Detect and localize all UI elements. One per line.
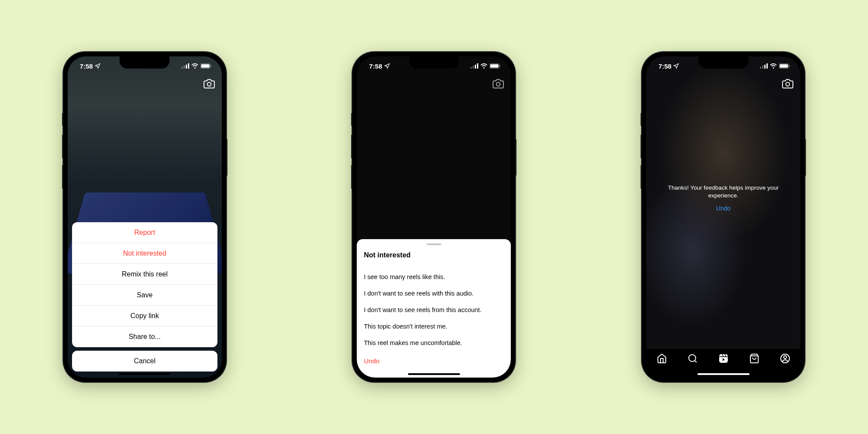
sheet-title: Not interested [364,251,504,259]
svg-rect-22 [789,65,790,67]
svg-rect-13 [490,64,499,68]
svg-point-24 [689,355,696,362]
wifi-icon [770,63,777,69]
svg-rect-14 [500,65,500,67]
svg-rect-18 [764,65,766,69]
shop-icon [749,353,760,364]
tab-shop[interactable] [749,353,760,365]
reason-too-many[interactable]: I see too many reels like this. [364,269,504,285]
battery-icon [490,63,500,69]
location-icon [673,63,679,69]
camera-button[interactable] [493,78,504,91]
location-icon [95,63,101,69]
reason-uncomfortable[interactable]: This reel makes me uncomfortable. [364,335,504,351]
svg-rect-19 [766,63,768,69]
screen-2: 7:58 Not interested I see too many reels… [357,56,511,378]
tab-profile[interactable] [780,353,790,365]
home-indicator[interactable] [697,373,750,375]
wifi-icon [480,63,487,69]
status-bar: 7:58 [646,56,800,76]
svg-rect-8 [470,67,472,69]
svg-point-23 [786,82,790,86]
cellular-icon [181,63,189,69]
action-report[interactable]: Report [72,222,217,243]
svg-rect-0 [181,67,183,69]
phone-mockup-2: 7:58 Not interested I see too many reels… [352,52,515,382]
action-copy-link[interactable]: Copy link [72,306,217,326]
thanks-message: Thanks! Your feedback helps improve your… [659,184,787,199]
tab-search[interactable] [687,353,698,365]
reason-topic[interactable]: This topic doesn't interest me. [364,318,504,335]
tab-home[interactable] [657,353,667,365]
profile-icon [780,353,790,364]
svg-rect-3 [188,63,189,69]
camera-icon [493,78,504,89]
cellular-icon [470,63,478,69]
cancel-button[interactable]: Cancel [72,351,217,372]
not-interested-sheet: Not interested I see too many reels like… [357,239,511,378]
battery-icon [201,63,211,69]
home-indicator[interactable] [118,373,171,375]
action-sheet: Report Not interested Remix this reel Sa… [72,222,217,372]
status-bar: 7:58 [68,56,222,76]
wifi-icon [191,63,198,69]
status-time: 7:58 [369,62,382,70]
home-icon [657,353,667,364]
sheet-grabber[interactable] [427,243,441,245]
svg-rect-5 [201,64,209,68]
action-not-interested[interactable]: Not interested [72,243,217,264]
home-indicator[interactable] [408,373,460,375]
svg-rect-1 [184,66,185,69]
undo-button[interactable]: Undo [659,205,787,212]
status-time: 7:58 [80,62,93,70]
screen-3: 7:58 Thanks! Your feedback helps improve… [646,56,800,378]
screen-1: 7:58 Report Not interested Remix this re… [68,56,222,378]
feedback-confirmation: Thanks! Your feedback helps improve your… [646,184,800,211]
action-save[interactable]: Save [72,285,217,306]
svg-rect-6 [210,65,211,67]
svg-point-29 [783,356,786,358]
action-sheet-group: Report Not interested Remix this reel Sa… [72,222,217,347]
camera-icon [204,78,215,89]
reason-account[interactable]: I don't want to see reels from this acco… [364,302,504,318]
svg-rect-10 [475,65,476,69]
svg-rect-17 [762,66,763,69]
tab-reels[interactable] [718,353,729,365]
svg-point-15 [496,82,500,86]
svg-rect-26 [719,354,728,363]
battery-icon [779,63,790,69]
svg-line-25 [694,361,696,362]
svg-point-7 [207,82,211,86]
search-icon [687,353,698,364]
status-bar: 7:58 [357,56,511,76]
svg-rect-21 [780,64,788,68]
svg-rect-11 [477,63,478,69]
camera-button[interactable] [782,78,793,91]
svg-rect-2 [186,65,187,69]
action-share-to[interactable]: Share to... [72,326,217,347]
svg-rect-16 [760,67,761,69]
camera-icon [782,78,793,89]
blurred-background [646,56,800,378]
reels-icon [718,353,729,364]
svg-rect-9 [473,66,474,69]
phone-mockup-3: 7:58 Thanks! Your feedback helps improve… [642,52,805,382]
camera-button[interactable] [204,78,215,91]
status-time: 7:58 [658,62,671,70]
undo-button[interactable]: Undo [364,351,504,365]
reason-audio[interactable]: I don't want to see reels with this audi… [364,285,504,302]
location-icon [384,63,390,69]
phone-mockup-1: 7:58 Report Not interested Remix this re… [63,52,226,382]
action-remix[interactable]: Remix this reel [72,264,217,285]
cellular-icon [760,63,768,69]
